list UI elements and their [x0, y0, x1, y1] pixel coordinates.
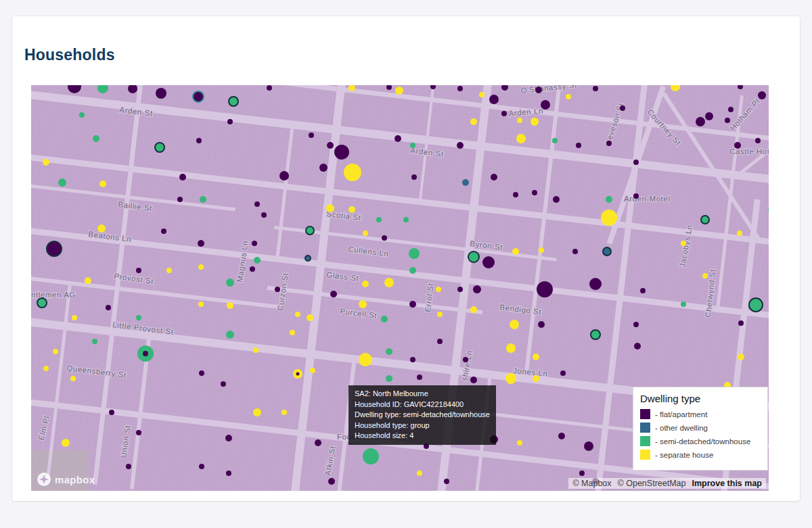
household-dot-sh[interactable]	[43, 159, 49, 166]
household-dot-fa[interactable]	[633, 193, 639, 199]
household-dot-sd[interactable]	[552, 138, 558, 143]
household-dot-fa[interactable]	[267, 85, 272, 91]
household-dot-sd[interactable]	[155, 143, 164, 152]
household-dot-fa[interactable]	[334, 145, 349, 160]
household-dot-sd[interactable]	[749, 298, 763, 312]
household-dot-sd[interactable]	[226, 331, 234, 339]
household-dot-fa[interactable]	[755, 138, 761, 143]
household-dot-sh[interactable]	[281, 410, 287, 415]
household-dot-fa[interactable]	[193, 91, 204, 102]
household-dot-fa[interactable]	[513, 192, 518, 197]
household-dot-sh[interactable]	[737, 231, 742, 236]
household-dot-sd[interactable]	[468, 251, 479, 262]
household-dot-fa[interactable]	[225, 435, 232, 441]
household-dot-sh[interactable]	[62, 439, 70, 447]
household-dot-sh[interactable]	[53, 349, 58, 354]
household-dot-sd[interactable]	[79, 112, 85, 118]
household-dot-sd[interactable]	[92, 339, 97, 344]
household-dot-sd[interactable]	[409, 248, 420, 259]
attribution-mapbox-link[interactable]: © Mapbox	[572, 479, 611, 488]
household-dot-fa[interactable]	[535, 87, 542, 93]
household-dot-sh[interactable]	[470, 306, 477, 313]
household-dot-fa[interactable]	[491, 174, 497, 181]
household-dot-sh[interactable]	[539, 247, 544, 253]
household-dot-sd[interactable]	[37, 298, 47, 308]
household-dot-sh[interactable]	[362, 281, 369, 287]
household-dot-fa[interactable]	[537, 281, 553, 297]
household-dot-sd[interactable]	[363, 448, 379, 464]
household-dot-fa[interactable]	[538, 321, 545, 328]
household-dot-fa[interactable]	[457, 86, 463, 91]
household-dot-sh[interactable]	[290, 330, 295, 335]
household-dot-sh[interactable]	[470, 118, 477, 125]
household-dot-sd[interactable]	[229, 97, 238, 106]
household-dot-fa[interactable]	[501, 111, 507, 116]
household-dot-fa[interactable]	[482, 256, 495, 268]
household-dot-fa[interactable]	[417, 375, 422, 380]
household-dot-fa[interactable]	[199, 370, 204, 376]
household-dot-sh[interactable]	[437, 312, 443, 317]
household-dot-sh[interactable]	[702, 273, 708, 279]
household-dot-sd[interactable]	[93, 135, 99, 142]
household-dot-sh[interactable]	[512, 248, 519, 255]
household-dot-sh[interactable]	[310, 368, 315, 373]
household-dot-fa[interactable]	[734, 142, 741, 149]
household-dot-fa[interactable]	[196, 138, 202, 143]
household-dot-sd[interactable]	[591, 330, 600, 339]
household-dot-sh[interactable]	[533, 354, 539, 360]
household-dot-fa[interactable]	[463, 357, 468, 362]
household-dot-fa[interactable]	[177, 197, 183, 202]
household-dot-fa[interactable]	[410, 357, 415, 362]
household-dot-sh[interactable]	[198, 302, 204, 307]
household-dot-sd[interactable]	[200, 196, 206, 203]
household-dot-fa[interactable]	[227, 119, 233, 124]
household-dot-sh[interactable]	[344, 164, 361, 181]
household-dot-fa[interactable]	[143, 351, 148, 356]
household-dot-fa[interactable]	[296, 373, 300, 376]
household-dot-sd[interactable]	[376, 217, 382, 222]
household-dot-fa[interactable]	[126, 464, 131, 469]
household-dot-sh[interactable]	[516, 134, 526, 143]
household-dot-sh[interactable]	[738, 354, 744, 360]
household-dot-fa[interactable]	[589, 278, 602, 290]
household-dot-sh[interactable]	[72, 315, 77, 320]
household-dot-sd[interactable]	[254, 257, 261, 264]
household-dot-fa[interactable]	[136, 430, 141, 435]
household-dot-fa[interactable]	[199, 464, 204, 469]
household-dot-fa[interactable]	[532, 190, 537, 195]
household-dot-fa[interactable]	[106, 305, 111, 310]
household-dot-sd[interactable]	[386, 348, 392, 355]
household-dot-sh[interactable]	[326, 204, 334, 212]
household-dot-fa[interactable]	[394, 135, 401, 142]
household-dot-sh[interactable]	[43, 366, 49, 371]
household-dot-od[interactable]	[462, 179, 469, 186]
household-dot-fa[interactable]	[738, 320, 744, 326]
household-dot-fa[interactable]	[633, 160, 639, 165]
household-dot-fa[interactable]	[634, 343, 641, 350]
household-dot-fa[interactable]	[279, 171, 289, 181]
household-dot-fa[interactable]	[541, 100, 550, 110]
household-dot-sh[interactable]	[517, 118, 522, 123]
household-dot-fa[interactable]	[640, 288, 646, 293]
household-dot-fa[interactable]	[560, 370, 566, 376]
improve-this-map-link[interactable]: Improve this map	[692, 479, 763, 488]
household-dot-sh[interactable]	[359, 353, 372, 366]
household-dot-sh[interactable]	[384, 278, 394, 287]
household-dot-fa[interactable]	[576, 143, 581, 148]
household-dot-fa[interactable]	[728, 107, 734, 112]
household-dot-sd[interactable]	[606, 196, 612, 203]
household-dot-fa[interactable]	[579, 471, 585, 476]
household-dot-sd[interactable]	[409, 267, 416, 274]
household-dot-fa[interactable]	[226, 471, 231, 476]
household-dot-od[interactable]	[603, 247, 611, 256]
household-dot-sh[interactable]	[348, 206, 355, 213]
household-dot-fa[interactable]	[470, 377, 477, 383]
household-dot-fa[interactable]	[198, 240, 204, 247]
household-dot-sd[interactable]	[701, 216, 709, 224]
household-dot-sh[interactable]	[506, 343, 516, 353]
household-dot-fa[interactable]	[250, 266, 255, 272]
household-dot-fa[interactable]	[275, 287, 280, 292]
household-dot-sh[interactable]	[198, 264, 204, 270]
household-dot-sh[interactable]	[417, 471, 422, 476]
household-dot-fa[interactable]	[593, 86, 598, 91]
